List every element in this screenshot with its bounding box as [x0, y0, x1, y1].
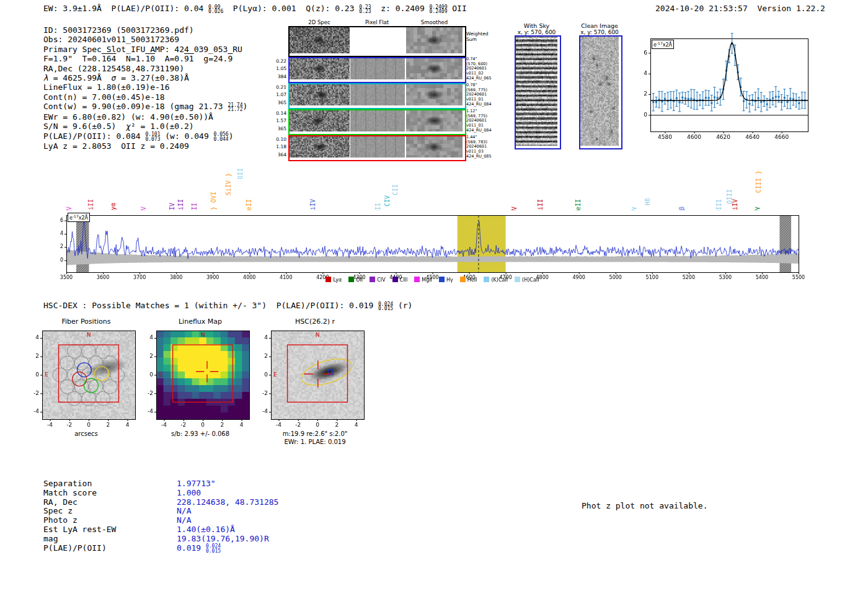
match-table-row: Est LyA rest-EW1.40(±0.16)Å	[43, 525, 366, 534]
match-field-label: Spec z	[43, 506, 73, 515]
info-line: LineFlux = 1.80(±0.19)e-16	[43, 82, 247, 92]
line-marker: CIII }	[755, 171, 762, 193]
legend-item: (K)CaII	[484, 277, 508, 283]
match-field-value: 1.97713"	[177, 479, 216, 488]
legend-item: MgII	[414, 277, 432, 283]
info-line: ID: 5003172369 (5003172369.pdf)	[43, 25, 247, 35]
legend-label: Lyα	[333, 277, 342, 283]
legend-item: OII	[348, 277, 363, 283]
spec2d-strip-smooth	[406, 136, 463, 158]
spec2d-row-scale-labels: 0.101.18364	[270, 136, 286, 159]
line-marker: OII	[237, 168, 244, 179]
fiber-positions-cutout	[31, 325, 141, 430]
summary-line: EW: 3.9±1.9Å P(LAE)/P(OII): 0.04 0.090.0…	[43, 4, 467, 14]
legend-item: CIV	[370, 277, 385, 283]
legend-item: (H)CaII	[515, 277, 539, 283]
legend-swatch	[460, 277, 466, 282]
spec2d-col-header-pixelflat: Pixel Flat	[349, 19, 405, 25]
match-table-row: Separation1.97713"	[43, 479, 366, 488]
match-field-value: 19.83(19.76,19.90)R	[177, 534, 269, 543]
version-label: Version 1.22.2	[757, 4, 825, 13]
spec2d-strip-smooth	[406, 110, 463, 131]
emission-line-markers: NVSiIILyαNVCIVSiIICII} OVISiIV }OIIHeIIS…	[0, 162, 868, 214]
spec2d-strip-flat	[350, 110, 405, 131]
info-line: P(LAE)/P(OII): 0.084 0.1010.073 (w: 0.04…	[43, 131, 247, 142]
line-marker: } OVI	[210, 192, 217, 210]
full-spectrum-plot	[55, 211, 806, 280]
legend-label: CIV	[377, 277, 385, 283]
info-line: F=1.9" T=0.164 N=1.10 A=0.91 g=24.9	[43, 54, 247, 63]
legend-swatch	[348, 277, 354, 282]
hsc-image-cutout	[260, 325, 370, 430]
hsc-match-header: HSC-DEX : Possible Matches = 1 (within +…	[43, 301, 412, 311]
info-line: EWr = 6.80(±0.82) (w: 4.90(±0.50))Å	[43, 112, 247, 122]
legend-label: CIII	[400, 277, 408, 283]
match-table-row: mag19.83(19.76,19.90)R	[43, 534, 366, 543]
line-marker: Hδ	[644, 198, 651, 205]
spec2d-strip-flat	[350, 136, 405, 158]
spectrum-legend: LyαOIICIVCIIIMgIIHγHeII(K)CaII(H)CaII	[66, 277, 799, 283]
spec2d-col-header-2dspec: 2D Spec	[288, 19, 350, 25]
spec2d-strip-spec2d	[290, 110, 350, 131]
match-field-value: N/A	[177, 506, 191, 515]
info-line: Cont(n) = 7.00(±0.45)e-18	[43, 92, 247, 102]
info-line: Obs: 20240601v011_5003172369	[43, 35, 247, 44]
spec2d-row-annotation: 1.12"(569, 775)20240601v011_01424_RU_084	[466, 109, 505, 133]
line-marker: CIV	[384, 195, 391, 207]
zoom-flux-units-label: e-17x2Å	[652, 40, 674, 49]
match-field-label: Est LyA rest-EW	[43, 525, 116, 534]
with-sky-subtitle: x, y: 570, 600	[508, 29, 565, 35]
match-table-row: Photo zN/A	[43, 515, 366, 525]
spec2d-row-scale-labels: 0.211.07365	[270, 84, 286, 107]
spec2d-strip-spec2d	[290, 58, 350, 79]
spec2d-row-annotation: 0.78"(569, 775)20240601v011_01424_RU_084	[466, 83, 505, 107]
spec2d-strip-smooth	[406, 84, 463, 105]
match-table-row: P(LAE)/P(OII)0.019 0.0240.015	[43, 543, 366, 553]
legend-swatch	[370, 277, 375, 282]
match-field-value: N/A	[177, 515, 191, 525]
line-marker: CII	[392, 184, 399, 195]
match-field-label: Separation	[43, 479, 92, 488]
catalog-match-table: Separation1.97713"Match score1.000RA, De…	[43, 479, 366, 552]
spec2d-strip-smooth	[406, 58, 463, 79]
legend-swatch	[439, 277, 445, 282]
spec2d-strip-flat	[350, 58, 405, 79]
weighted-sum-label: Weighted Sum	[466, 31, 496, 42]
legend-swatch	[515, 277, 520, 282]
spec2d-strip-smooth	[406, 27, 463, 53]
legend-label: HeII	[467, 277, 477, 283]
spec2d-row	[288, 135, 466, 161]
spec2d-row	[288, 57, 466, 83]
info-line: Primary Spec_Slot_IFU_AMP: 424_039_053_R…	[43, 45, 247, 54]
legend-item: Hγ	[439, 277, 453, 283]
with-sky-image	[516, 37, 557, 146]
spec2d-strip-spec2d	[290, 84, 350, 105]
legend-swatch	[392, 277, 398, 282]
spec2d-strip-spec2d	[290, 136, 350, 158]
info-line: Cont(w) = 9.90(±0.09)e-18 (gmag 21.73 21…	[43, 102, 247, 112]
info-line: S/N = 9.6(±0.5) χ² = 1.0(±0.2)	[43, 122, 247, 131]
fiber-positions-xlabel: arcsecs	[31, 430, 141, 437]
legend-label: (K)CaII	[491, 277, 508, 283]
clean-image	[580, 37, 619, 146]
with-sky-title: With Sky	[515, 22, 559, 29]
legend-label: (H)CaII	[522, 277, 539, 283]
spectrum-flux-units-label: e-17x2Å	[68, 213, 90, 222]
match-field-label: Photo z	[43, 515, 78, 525]
match-field-value: 1.40(±0.16)Å	[177, 525, 235, 534]
spec2d-strip-spec2d	[290, 27, 350, 53]
hsc-cutout-xlabel: m:19.9 re:2.6" s:2.0"	[260, 430, 370, 437]
spec2d-col-header-smoothed: Smoothed	[405, 19, 464, 25]
legend-label: MgII	[422, 277, 432, 283]
spec2d-row	[288, 83, 466, 109]
lineflux-map-xlabel: s/b: 2.93 +/- 0.068	[145, 430, 255, 437]
spec2d-row-annotation: 0.74"(570, 600)20240601v011_02424_RU_065	[466, 57, 505, 81]
spec2d-strip-blank	[350, 27, 406, 53]
line-marker: SiIV }	[225, 173, 232, 195]
timestamp: 2024-10-20 21:53:57 Version 1.22.2	[655, 4, 825, 13]
photz-note: Phot z plot not available.	[582, 501, 708, 510]
match-field-label: Match score	[43, 488, 97, 497]
with-sky-panel	[515, 35, 561, 149]
spec2d-strip-flat	[350, 84, 405, 105]
match-field-label: P(LAE)/P(OII)	[43, 543, 107, 553]
